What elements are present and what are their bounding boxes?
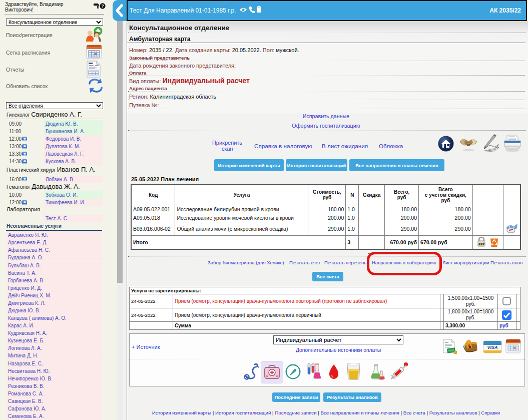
svg-text:?: ? [101,4,104,9]
svg-text:VISA: VISA [487,345,497,350]
